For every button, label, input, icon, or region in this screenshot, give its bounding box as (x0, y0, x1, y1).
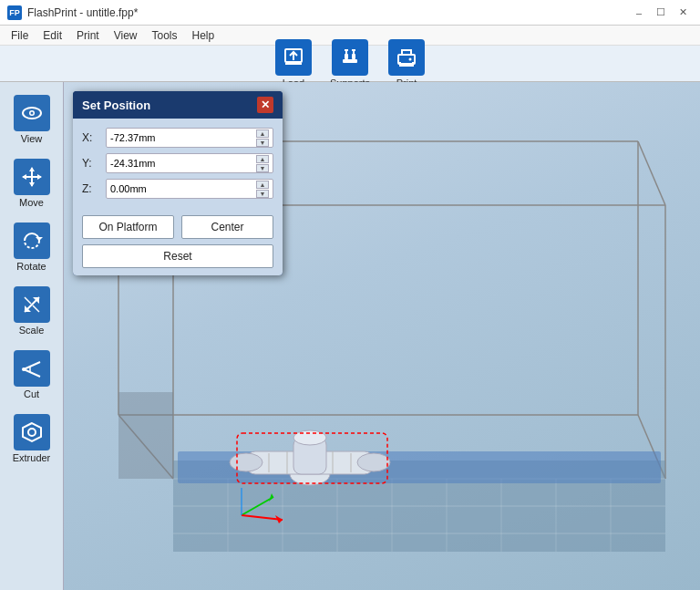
dialog-footer: On Platform Center Reset (73, 208, 283, 275)
svg-marker-70 (269, 493, 273, 502)
x-label: X: (82, 131, 100, 144)
footer-row-2: Reset (82, 244, 273, 268)
svg-rect-60 (293, 438, 326, 474)
svg-line-39 (638, 141, 665, 205)
y-label: Y: (82, 157, 100, 170)
dialog-title: Set Position (82, 98, 150, 112)
maximize-button[interactable]: ☐ (651, 5, 671, 21)
minimize-button[interactable]: – (629, 5, 649, 21)
x-spin-up[interactable]: ▲ (256, 129, 269, 138)
z-input[interactable] (110, 183, 237, 194)
svg-rect-55 (178, 451, 661, 483)
svg-point-9 (409, 57, 412, 60)
svg-marker-19 (36, 237, 43, 241)
rotate-button[interactable]: Rotate (6, 217, 57, 277)
viewport[interactable]: Set Position ✕ X: ▲ ▼ Y: (64, 82, 700, 590)
extruder-label: Extruder (13, 452, 51, 463)
move-button[interactable]: Move (6, 153, 57, 213)
svg-line-23 (25, 297, 31, 304)
z-spinner: ▲ ▼ (256, 181, 269, 198)
svg-rect-5 (352, 54, 355, 59)
svg-point-59 (357, 453, 390, 471)
svg-line-67 (242, 497, 273, 515)
svg-line-68 (242, 515, 283, 520)
window-title: FlashPrint - untitle.fpp* (27, 6, 138, 19)
print-button[interactable]: Print (388, 39, 425, 88)
y-spinner: ▲ ▼ (256, 155, 269, 172)
svg-point-27 (22, 367, 26, 371)
extruder-button[interactable]: Extruder (6, 409, 57, 469)
svg-line-26 (24, 369, 40, 377)
svg-line-41 (638, 415, 665, 479)
svg-marker-18 (37, 174, 42, 180)
title-bar: FP FlashPrint - untitle.fpp* – ☐ ✕ (0, 0, 700, 26)
view-button[interactable]: View (6, 89, 57, 150)
close-button[interactable]: ✕ (673, 5, 693, 21)
move-icon (14, 159, 50, 195)
on-platform-button[interactable]: On Platform (82, 215, 174, 239)
x-input-wrapper: ▲ ▼ (106, 128, 273, 148)
svg-rect-57 (246, 451, 374, 474)
y-spin-up[interactable]: ▲ (256, 155, 269, 163)
app-icon: FP (7, 5, 22, 20)
y-input[interactable] (110, 158, 237, 169)
svg-rect-42 (173, 461, 665, 552)
dialog-title-bar: Set Position ✕ (73, 91, 283, 119)
main-area: View Move (0, 82, 700, 590)
supports-icon (332, 39, 368, 76)
scale-button[interactable]: Scale (6, 281, 57, 341)
menu-tools[interactable]: Tools (145, 27, 185, 44)
reset-button[interactable]: Reset (82, 244, 273, 268)
move-label: Move (19, 197, 44, 208)
svg-marker-17 (22, 174, 26, 180)
z-field-row: Z: ▲ ▼ (82, 179, 273, 199)
z-spin-up[interactable]: ▲ (256, 181, 269, 189)
load-icon (275, 39, 312, 76)
svg-point-30 (28, 429, 36, 436)
scale-label: Scale (19, 325, 45, 336)
view-icon (14, 95, 50, 131)
load-button[interactable]: Load (275, 39, 312, 88)
menu-edit[interactable]: Edit (36, 27, 69, 44)
toolbar: Load Supports Print (0, 46, 700, 82)
scale-icon (14, 286, 50, 323)
svg-rect-66 (237, 433, 387, 483)
svg-rect-43 (118, 392, 173, 479)
svg-marker-15 (29, 167, 35, 171)
z-input-wrapper: ▲ ▼ (106, 179, 273, 199)
set-position-dialog: Set Position ✕ X: ▲ ▼ Y: (73, 91, 283, 275)
svg-point-61 (293, 430, 326, 445)
supports-button[interactable]: Supports (330, 39, 370, 88)
cut-label: Cut (24, 388, 39, 399)
center-button[interactable]: Center (181, 215, 273, 239)
rotate-icon (14, 223, 50, 259)
extruder-icon (14, 414, 50, 450)
y-spin-down[interactable]: ▼ (256, 164, 269, 172)
rotate-label: Rotate (16, 261, 46, 272)
footer-row-1: On Platform Center (82, 215, 273, 239)
svg-marker-71 (275, 515, 283, 523)
left-sidebar: View Move (0, 82, 64, 590)
menu-help[interactable]: Help (185, 27, 222, 44)
svg-marker-16 (29, 182, 35, 187)
menu-print[interactable]: Print (69, 27, 107, 44)
cut-icon (14, 350, 50, 387)
cut-button[interactable]: Cut (6, 345, 57, 405)
svg-line-25 (24, 362, 40, 369)
svg-rect-4 (345, 54, 348, 59)
svg-point-56 (290, 463, 330, 485)
svg-marker-29 (23, 423, 41, 441)
svg-rect-3 (343, 59, 357, 63)
x-spin-down[interactable]: ▼ (256, 139, 269, 147)
y-input-wrapper: ▲ ▼ (106, 153, 273, 173)
dialog-close-button[interactable]: ✕ (257, 97, 273, 113)
svg-line-24 (33, 305, 39, 312)
y-field-row: Y: ▲ ▼ (82, 153, 273, 173)
menu-file[interactable]: File (4, 27, 36, 44)
print-icon (388, 39, 425, 76)
svg-point-12 (30, 112, 33, 115)
z-label: Z: (82, 182, 100, 195)
x-input[interactable] (110, 132, 237, 143)
menu-view[interactable]: View (107, 27, 145, 44)
z-spin-down[interactable]: ▼ (256, 190, 269, 198)
